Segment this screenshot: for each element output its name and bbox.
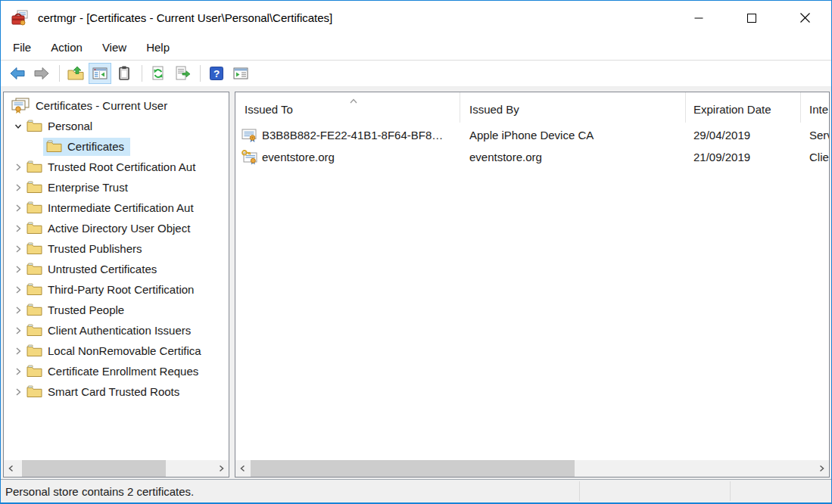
svg-text:?: ? [213,68,220,79]
chevron-right-icon[interactable] [11,366,25,378]
console-tree-icon [92,65,108,82]
folder-icon [25,221,43,236]
show-window-button[interactable] [229,63,252,84]
new-window-icon [232,65,249,82]
folder-icon [25,241,43,257]
tree-item-label: Local NonRemovable Certifica [48,344,201,357]
column-header-issued-to[interactable]: Issued To [235,92,460,123]
up-one-level-button[interactable] [64,63,87,84]
chevron-right-icon[interactable] [11,243,25,255]
folder-icon [25,384,43,400]
forward-button[interactable] [30,63,53,84]
folder-icon [25,180,43,195]
chevron-right-icon[interactable] [11,304,25,316]
close-button[interactable] [778,1,831,35]
status-pane-separator [730,481,731,501]
tree-item-enterprise-trust[interactable]: Enterprise Trust [4,177,229,198]
tree-item-label: Untrusted Certificates [48,263,157,275]
properties-button[interactable] [113,63,136,84]
status-pane-separator [579,481,580,501]
tree-item-label: Enterprise Trust [48,181,128,194]
tree-item-ad-user-object[interactable]: Active Directory User Object [4,218,229,238]
tree-item-root[interactable]: Certificates - Current User [4,95,229,116]
column-header-expiration-date[interactable]: Expiration Date [686,92,801,123]
tree-item-untrusted-certs[interactable]: Untrusted Certificates [4,259,229,279]
export-list-icon [174,65,191,82]
cert-issued-by: eventstore.org [460,151,686,163]
tree-item-label: Trusted Root Certification Aut [48,160,195,173]
list-header: Issued To Issued By Expiration Date Inte [235,92,829,123]
certificate-row[interactable]: eventstore.org eventstore.org 21/09/2019… [235,146,829,168]
back-button[interactable] [6,63,29,84]
scrollbar-thumb[interactable] [22,460,166,477]
tree-item-client-auth-issuers[interactable]: Client Authentication Issuers [4,320,229,341]
list-horizontal-scrollbar[interactable] [235,460,829,477]
tree-item-personal[interactable]: Personal [4,116,229,136]
column-header-issued-by[interactable]: Issued By [460,92,686,123]
up-folder-icon [67,65,84,82]
tree-item-label: Active Directory User Object [48,222,190,235]
tree-item-intermediate[interactable]: Intermediate Certification Aut [4,198,229,218]
tree-item-label: Trusted Publishers [48,242,142,255]
tree-item-smart-card-roots[interactable]: Smart Card Trusted Roots [4,381,229,402]
chevron-right-icon[interactable] [11,161,25,173]
cert-intended-purposes: Clie [801,151,829,163]
main-area: Certificates - Current User Personal [1,87,831,479]
certificate-list: B3B8B882-FE22-41B1-8F64-BF8… Apple iPhon… [235,124,829,459]
tree-item-local-nonremovable[interactable]: Local NonRemovable Certifica [4,341,229,361]
certificate-row[interactable]: B3B8B882-FE22-41B1-8F64-BF8… Apple iPhon… [235,124,829,146]
scroll-left-arrow[interactable] [235,460,251,477]
cert-issued-to: B3B8B882-FE22-41B1-8F64-BF8… [262,129,443,142]
tree-item-third-party-root[interactable]: Third-Party Root Certification [4,279,229,300]
chevron-right-icon[interactable] [11,263,25,275]
scroll-left-arrow[interactable] [4,460,19,477]
tree-item-trusted-root[interactable]: Trusted Root Certification Aut [4,157,229,177]
help-button[interactable]: ? [205,63,228,84]
certificate-with-key-icon [241,149,260,166]
chevron-right-icon[interactable] [11,222,25,235]
certificate-list-panel: Issued To Issued By Expiration Date Inte [235,92,830,478]
menu-help[interactable]: Help [136,35,179,60]
menu-file[interactable]: File [3,35,41,60]
chevron-right-icon[interactable] [11,345,25,357]
folder-icon [25,282,43,297]
chevron-right-icon[interactable] [11,182,25,194]
certificate-tree: Certificates - Current User Personal [4,95,229,459]
menu-view[interactable]: View [92,35,136,60]
chevron-right-icon[interactable] [11,325,25,337]
certificate-store-icon [10,98,31,114]
chevron-right-icon[interactable] [11,386,25,398]
show-console-tree-button[interactable] [89,63,111,84]
refresh-icon [150,65,167,82]
column-header-intended-purposes[interactable]: Inte [801,92,829,123]
tree-item-label: Certificates [67,140,124,153]
window-controls [672,1,831,35]
scroll-right-arrow[interactable] [814,460,829,477]
chevron-down-icon[interactable] [11,120,25,132]
scrollbar-thumb[interactable] [251,460,575,477]
clipboard-icon [116,65,132,82]
chevron-right-icon[interactable] [11,284,25,296]
tree-item-label: Intermediate Certification Aut [48,201,194,214]
export-list-button[interactable] [171,63,194,84]
tree-horizontal-scrollbar[interactable] [4,460,229,477]
refresh-button[interactable] [147,63,170,84]
toolbar-separator [59,65,60,82]
maximize-button[interactable] [725,1,778,35]
minimize-button[interactable] [672,1,725,35]
tree-item-trusted-people[interactable]: Trusted People [4,300,229,320]
tree-item-label: Certificates - Current User [36,99,167,112]
folder-icon [25,364,43,379]
folder-icon [25,201,43,216]
tree-item-label: Trusted People [48,303,124,316]
cert-issued-by: Apple iPhone Device CA [460,129,686,142]
certmgr-app-icon [11,9,30,27]
menu-action[interactable]: Action [41,35,92,60]
scroll-right-arrow[interactable] [213,460,229,477]
toolbar-separator [200,65,201,82]
tree-item-certificates-selected[interactable]: Certificates [4,136,229,157]
folder-icon [25,303,43,318]
tree-item-cert-enrollment-requests[interactable]: Certificate Enrollment Reques [4,361,229,381]
chevron-right-icon[interactable] [11,202,25,214]
tree-item-trusted-publishers[interactable]: Trusted Publishers [4,238,229,259]
